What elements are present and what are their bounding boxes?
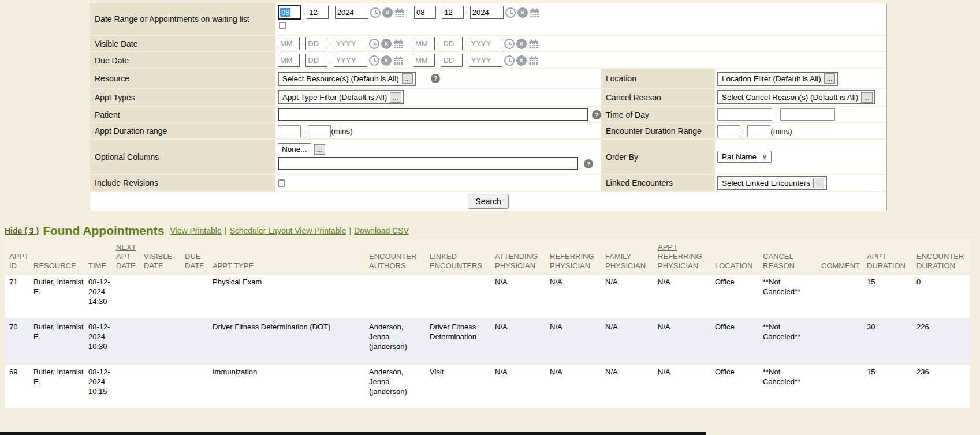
time-of-day-from-input[interactable] [717,108,772,121]
clock-icon[interactable] [370,7,381,18]
include-revisions-checkbox[interactable] [278,179,285,187]
calendar-icon[interactable] [394,7,405,18]
clear-date-icon[interactable]: × [516,39,527,49]
clock-icon[interactable] [505,7,516,18]
range-from-month-input[interactable]: 08 [278,5,301,20]
ellipsis-button[interactable]: ... [402,73,413,84]
column-header-label[interactable]: APPT ID [9,252,29,270]
column-header-label[interactable]: VISIBLE DATE [144,252,172,270]
due-from-year-input[interactable] [334,54,367,67]
column-header-appt-referring-physician[interactable]: APPT REFERRING PHYSICIAN [658,239,715,273]
ellipsis-button[interactable]: ... [314,144,325,155]
calendar-icon[interactable] [528,55,539,66]
time-of-day-to-input[interactable] [780,108,835,121]
clock-icon[interactable] [504,39,515,49]
clock-icon[interactable] [504,55,515,66]
optional-columns-input[interactable] [278,157,578,170]
appt-duration-max-input[interactable] [308,125,331,137]
column-header-label[interactable]: COMMENT [821,261,860,270]
help-icon[interactable]: ? [431,74,440,83]
visible-to-month-input[interactable] [413,37,435,50]
cancel-reason-filter-button[interactable]: Select Cancel Reason(s) (Default is All)… [717,90,875,104]
encounter-duration-min-input[interactable] [717,125,740,137]
column-header-referring-physician[interactable]: REFERRING PHYSICIAN [550,239,605,273]
column-header-appt-duration[interactable]: APPT DURATION [867,239,916,273]
due-to-day-input[interactable] [441,54,463,67]
column-header-visible-date[interactable]: VISIBLE DATE [144,239,185,273]
range-to-month-input[interactable] [414,6,436,19]
column-header-appt-type[interactable]: APPT TYPE [213,239,369,273]
help-icon[interactable]: ? [592,110,601,119]
calendar-icon[interactable] [528,39,539,49]
column-header-label[interactable]: RESOURCE [33,261,76,270]
table-cell [116,365,144,408]
range-from-day-input[interactable] [307,6,329,19]
column-header-label[interactable]: ATTENDING PHYSICIAN [495,252,538,270]
clear-date-icon[interactable]: × [381,55,392,66]
visible-from-day-input[interactable] [305,37,327,50]
appt-duration-min-input[interactable] [278,125,301,137]
column-header-label[interactable]: CANCEL REASON [763,252,795,270]
column-header-attending-physician[interactable]: ATTENDING PHYSICIAN [495,239,550,273]
column-header-label[interactable]: NEXT APT DATE [116,243,136,270]
optional-columns-button[interactable]: None... [278,143,311,155]
column-header-label[interactable]: TIME [88,261,106,270]
view-printable-link[interactable]: View Printable [170,226,221,235]
ellipsis-button[interactable]: ... [861,92,872,103]
column-header-label[interactable]: APPT DURATION [867,252,906,270]
scheduler-layout-view-printable-link[interactable]: Scheduler Layout View Printable [229,226,346,235]
calendar-icon[interactable] [530,7,540,18]
clock-icon[interactable] [369,39,379,49]
column-header-label[interactable]: REFERRING PHYSICIAN [550,252,594,270]
column-header-label[interactable]: APPT TYPE [213,261,254,270]
column-header-next-apt-date[interactable]: NEXT APT DATE [116,239,144,273]
due-from-month-input[interactable] [278,54,300,67]
ellipsis-button[interactable]: ... [824,73,835,84]
due-from-day-input[interactable] [305,54,327,67]
resource-filter-button[interactable]: Select Resource(s) (Default is All) ... [278,72,416,86]
column-header-label[interactable]: FAMILY PHYSICIAN [605,252,646,270]
column-header-cancel-reason[interactable]: CANCEL REASON [763,239,821,273]
column-header-resource[interactable]: RESOURCE [33,239,88,273]
search-button[interactable]: Search [468,194,508,209]
hide-results-link[interactable]: Hide ( 3 ) [5,226,39,235]
calendar-icon[interactable] [393,39,404,49]
column-header-label[interactable]: DUE DATE [185,252,204,270]
calendar-icon[interactable] [393,55,404,66]
due-to-year-input[interactable] [469,54,502,67]
linked-encounters-button[interactable]: Select Linked Encounters ... [717,176,827,190]
column-header-family-physician[interactable]: FAMILY PHYSICIAN [605,239,658,273]
clear-date-icon[interactable]: × [516,55,527,66]
column-header-comment[interactable]: COMMENT [821,239,867,273]
column-header-due-date[interactable]: DUE DATE [185,239,213,273]
range-to-day-input[interactable] [442,6,464,19]
column-header-label[interactable]: APPT REFERRING PHYSICIAN [658,243,702,270]
range-to-year-input[interactable] [470,6,504,19]
appt-type-filter-button[interactable]: Appt Type Filter (Default is All) ... [278,90,404,104]
clock-icon[interactable] [369,55,379,66]
column-header-label[interactable]: LOCATION [715,261,753,270]
location-filter-button[interactable]: Location Filter (Default is All) ... [717,72,838,86]
order-by-select[interactable]: Pat Name ∨ [717,151,772,163]
visible-from-month-input[interactable] [278,37,300,50]
help-icon[interactable]: ? [584,159,593,168]
column-header-time[interactable]: TIME [88,239,116,273]
due-to-month-input[interactable] [413,54,435,67]
column-header-location[interactable]: LOCATION [715,239,763,273]
encounter-duration-max-input[interactable] [747,125,770,137]
clear-date-icon[interactable]: × [382,7,393,18]
patient-input[interactable] [278,108,588,121]
visible-to-day-input[interactable] [441,37,463,50]
waiting-list-checkbox[interactable] [279,22,286,29]
download-csv-link[interactable]: Download CSV [354,226,409,235]
clear-date-icon[interactable]: × [381,39,392,49]
clear-date-icon[interactable]: × [517,7,528,18]
range-from-year-input[interactable] [335,6,368,19]
ellipsis-button[interactable]: ... [390,92,401,103]
table-cell: N/A [605,320,658,363]
column-header-appt-id[interactable]: APPT ID [5,239,33,273]
ellipsis-button[interactable]: ... [813,178,824,188]
visible-from-year-input[interactable] [334,37,367,50]
dash: - [743,127,745,136]
visible-to-year-input[interactable] [469,37,502,50]
